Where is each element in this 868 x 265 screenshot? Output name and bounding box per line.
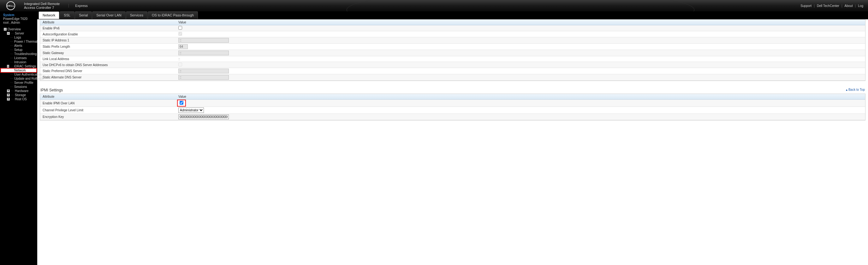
system-block: System PowerEdge T620 root , Admin [0, 12, 37, 27]
page-tabs: Network SSL Serial Serial Over LAN Servi… [0, 11, 868, 19]
back-to-top-link[interactable]: Back to Top [846, 88, 865, 91]
collapse-icon[interactable]: − [4, 28, 7, 31]
row-prefix-len: Static Prefix Length [40, 44, 865, 50]
row-alt-dns: Static Alternate DNS Server [40, 74, 865, 81]
row-use-dhcpv6: Use DHCPv6 to obtain DNS Server Addresse… [40, 62, 865, 68]
tree-hardware[interactable]: +⋯Hardware [1, 89, 37, 93]
tree-setup[interactable]: ⋯Setup [1, 48, 37, 52]
main-content: Attribute Value Enable IPv6 Autoconfigur… [37, 19, 868, 265]
row-gateway: Static Gateway [40, 50, 865, 56]
tab-serial-over-lan[interactable]: Serial Over LAN [92, 11, 125, 19]
tree-overview[interactable]: −Overview [1, 27, 37, 31]
tab-services[interactable]: Services [126, 11, 147, 19]
row-enc-key: Encryption Key [40, 114, 865, 120]
product-title-line1: Integrated Dell Remote [24, 2, 60, 6]
header-links: Support| Dell TechCenter| About| Log [799, 4, 865, 7]
autoconf-checkbox [178, 32, 182, 36]
grid-header: Attribute Value [40, 94, 865, 100]
row-pref-dns: Static Preferred DNS Server [40, 68, 865, 74]
collapse-icon[interactable]: − [7, 32, 10, 35]
tree-licenses[interactable]: ⋯Licenses [1, 56, 37, 60]
expand-icon[interactable]: + [7, 94, 10, 97]
link-techcenter[interactable]: Dell TechCenter [815, 4, 841, 7]
tab-serial[interactable]: Serial [75, 11, 92, 19]
expand-icon[interactable]: + [7, 89, 10, 92]
collapse-icon[interactable]: − [7, 65, 9, 68]
nav-tree: −Overview −⋯Server ⋯Logs ⋯Power / Therma… [0, 27, 37, 102]
system-label[interactable]: System [3, 13, 35, 17]
row-priv-level: Channel Privilege Level Limit Administra… [40, 107, 865, 114]
row-enable-ipmi: Enable IPMI Over LAN [40, 100, 865, 107]
ipv6-panel: Attribute Value Enable IPv6 Autoconfigur… [40, 19, 866, 81]
link-about[interactable]: About [843, 4, 855, 7]
tree-troubleshooting[interactable]: ⋯Troubleshooting [1, 52, 37, 56]
alt-dns-input [178, 75, 229, 80]
row-autoconf: Autoconfiguration Enable [40, 31, 865, 37]
prefix-len-input [178, 44, 188, 49]
tree-server[interactable]: −⋯Server [1, 31, 37, 35]
pref-dns-input [178, 69, 229, 73]
dell-logo: DELL [6, 1, 15, 10]
static-ip1-input [178, 38, 229, 43]
product-title: Integrated Dell Remote Access Controller… [24, 2, 60, 9]
col-attribute: Attribute [40, 94, 176, 99]
nav-sidebar: System PowerEdge T620 root , Admin −Over… [0, 11, 37, 265]
tab-os-passthrough[interactable]: OS to iDRAC Pass-through [148, 11, 198, 19]
expand-icon[interactable]: + [7, 98, 10, 101]
tab-ssl[interactable]: SSL [60, 11, 74, 19]
tree-idrac-settings[interactable]: −⋯iDRAC Settings [1, 64, 37, 68]
tree-storage[interactable]: +⋯Storage [1, 93, 37, 97]
priv-level-select[interactable]: Administrator [178, 107, 204, 113]
col-value: Value [176, 94, 865, 99]
enable-ipmi-checkbox[interactable] [180, 101, 183, 105]
tree-intrusion[interactable]: ⋯Intrusion [1, 60, 37, 64]
tree-sessions[interactable]: ⋯Sessions [1, 85, 37, 89]
enable-ipv6-checkbox[interactable] [178, 26, 182, 30]
product-edition: Express [68, 4, 88, 7]
dhcpv6-dns-checkbox [178, 62, 182, 67]
tree-power-thermal[interactable]: ⋯Power / Thermal [1, 39, 37, 44]
product-title-line2: Access Controller 7 [24, 6, 60, 9]
link-support[interactable]: Support [799, 4, 813, 7]
ipmi-heading: IPMI Settings Back to Top [40, 85, 866, 94]
row-link-local: Link Local Address :: [40, 56, 865, 62]
link-logout[interactable]: Log [856, 4, 865, 7]
tree-idrac-network[interactable]: ⋯Network [1, 68, 37, 73]
grid-header: Attribute Value [40, 20, 865, 25]
encryption-key-input[interactable] [178, 114, 229, 119]
ipv6-grid: Attribute Value Enable IPv6 Autoconfigur… [40, 19, 866, 81]
tree-logs[interactable]: ⋯Logs [1, 35, 37, 39]
ipmi-title: IPMI Settings [40, 88, 63, 92]
ipmi-grid: Attribute Value Enable IPMI Over LAN Cha… [40, 94, 866, 121]
gateway-input [178, 51, 229, 55]
link-local-value: :: [176, 57, 865, 61]
tree-hostos[interactable]: +⋯Host OS [1, 97, 37, 101]
system-model: PowerEdge T620 [3, 17, 35, 21]
col-value: Value [176, 20, 865, 25]
tree-server-profile[interactable]: ⋯Server Profile [1, 81, 37, 85]
system-user: root , Admin [3, 21, 35, 25]
row-static-ip1: Static IP Address 1 [40, 37, 865, 44]
enable-ipmi-highlight [177, 100, 186, 107]
tree-alerts[interactable]: ⋯Alerts [1, 44, 37, 48]
row-enable-ipv6: Enable IPv6 [40, 25, 865, 31]
col-attribute: Attribute [40, 20, 176, 25]
tree-user-auth[interactable]: ⋯User Authentication [1, 73, 37, 77]
ipmi-panel: IPMI Settings Back to Top Attribute Valu… [40, 85, 866, 121]
app-header: DELL Integrated Dell Remote Access Contr… [0, 0, 868, 11]
tab-network[interactable]: Network [38, 11, 59, 19]
tree-update-rollback[interactable]: ⋯Update and Rollback [1, 77, 37, 81]
